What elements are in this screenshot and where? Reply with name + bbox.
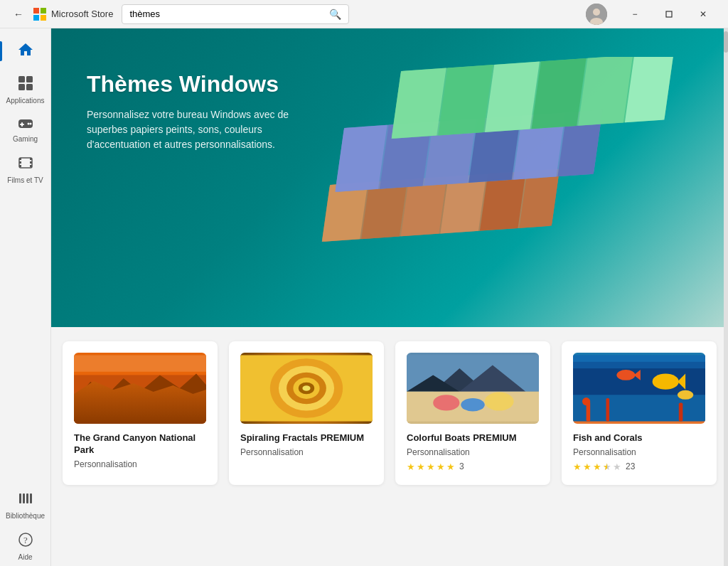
card-rating-fish: ★ ★ ★ ★★ ★ 23 bbox=[573, 461, 705, 472]
close-button[interactable]: ✕ bbox=[687, 3, 719, 26]
star-2: ★ bbox=[417, 461, 425, 472]
search-bar: 🔍 bbox=[122, 4, 349, 24]
svg-point-67 bbox=[433, 395, 459, 410]
sidebar-item-library[interactable]: Bibliothèque bbox=[0, 484, 50, 525]
hero-text: Thèmes Windows Personnalisez votre burea… bbox=[87, 71, 328, 152]
card-thumbnail-fish bbox=[573, 353, 705, 424]
sidebar-item-help[interactable]: ? Aide bbox=[0, 525, 50, 566]
card-category-fractals: Personnalisation bbox=[240, 447, 373, 457]
cards-section: The Grand Canyon National Park Personnal… bbox=[51, 327, 728, 499]
star-3: ★ bbox=[427, 461, 435, 472]
star-1: ★ bbox=[407, 461, 415, 472]
cards-grid: The Grand Canyon National Park Personnal… bbox=[63, 341, 717, 485]
sidebar-item-films[interactable]: Films et TV bbox=[0, 148, 50, 189]
sidebar-item-home[interactable] bbox=[0, 34, 50, 68]
card-rating-boats: ★ ★ ★ ★ ★ 3 bbox=[407, 461, 539, 472]
sidebar-films-label: Films et TV bbox=[7, 176, 43, 185]
back-button[interactable]: ← bbox=[9, 4, 28, 24]
card-spiraling-fractals[interactable]: Spiraling Fractals PREMIUM Personnalisat… bbox=[229, 341, 384, 485]
svg-rect-24 bbox=[19, 493, 21, 503]
star-5: ★ bbox=[446, 461, 455, 472]
gaming-icon bbox=[17, 117, 34, 132]
nav-controls: ← bbox=[9, 4, 28, 24]
maximize-button[interactable] bbox=[653, 3, 685, 26]
apps-icon bbox=[18, 75, 33, 94]
svg-rect-23 bbox=[30, 165, 32, 167]
search-button[interactable]: 🔍 bbox=[329, 9, 341, 20]
svg-point-5 bbox=[593, 9, 600, 16]
sidebar-item-gaming[interactable]: Gaming bbox=[0, 110, 50, 148]
fish-star-5: ★ bbox=[613, 461, 621, 472]
card-title-fractals: Spiraling Fractals PREMIUM bbox=[240, 432, 373, 444]
svg-text:?: ? bbox=[23, 535, 28, 545]
hero-description: Personnalisez votre bureau Windows avec … bbox=[87, 107, 328, 152]
svg-rect-10 bbox=[18, 84, 25, 90]
svg-rect-20 bbox=[19, 165, 21, 167]
card-grand-canyon[interactable]: The Grand Canyon National Park Personnal… bbox=[63, 341, 218, 485]
svg-point-74 bbox=[616, 370, 635, 380]
svg-point-16 bbox=[29, 123, 31, 125]
card-title-canyon: The Grand Canyon National Park bbox=[74, 432, 206, 456]
minimize-button[interactable]: − bbox=[619, 3, 651, 26]
fish-star-half: ★★ bbox=[603, 461, 611, 472]
svg-rect-79 bbox=[606, 398, 610, 422]
card-title-fish: Fish and Corals bbox=[573, 432, 705, 444]
library-icon bbox=[18, 491, 33, 509]
svg-rect-25 bbox=[23, 493, 25, 503]
svg-rect-8 bbox=[18, 76, 25, 82]
app-title: Microsoft Store bbox=[51, 9, 113, 19]
titlebar: ← Microsoft Store 🔍 − ✕ bbox=[0, 0, 728, 28]
hero-illustration bbox=[316, 57, 685, 299]
svg-rect-1 bbox=[41, 8, 46, 14]
svg-point-78 bbox=[582, 397, 590, 405]
svg-rect-3 bbox=[41, 15, 46, 21]
sidebar-apps-label: Applications bbox=[6, 97, 45, 105]
main-content: Thèmes Windows Personnalisez votre burea… bbox=[51, 28, 728, 566]
svg-point-15 bbox=[27, 123, 29, 125]
svg-point-72 bbox=[653, 374, 679, 390]
fish-star-1: ★ bbox=[573, 461, 582, 472]
svg-rect-81 bbox=[573, 356, 705, 369]
card-category-canyon: Personnalisation bbox=[74, 459, 206, 469]
svg-rect-0 bbox=[33, 8, 39, 14]
card-title-boats: Colorful Boats PREMIUM bbox=[407, 432, 539, 444]
card-colorful-boats[interactable]: Colorful Boats PREMIUM Personnalisation … bbox=[395, 341, 550, 485]
svg-rect-9 bbox=[26, 76, 33, 82]
sidebar-gaming-label: Gaming bbox=[13, 135, 38, 144]
svg-rect-26 bbox=[26, 493, 28, 503]
app-container: Applications Gaming bbox=[0, 28, 728, 566]
hero-title: Thèmes Windows bbox=[87, 71, 328, 97]
card-fish-corals[interactable]: Fish and Corals Personnalisation ★ ★ ★ ★… bbox=[562, 341, 717, 485]
svg-rect-14 bbox=[20, 124, 24, 125]
scrollbar[interactable] bbox=[724, 28, 728, 566]
hero-banner: Thèmes Windows Personnalisez votre burea… bbox=[51, 28, 728, 327]
svg-rect-7 bbox=[666, 11, 672, 17]
svg-rect-18 bbox=[19, 158, 21, 160]
home-icon bbox=[17, 41, 34, 61]
scrollbar-thumb[interactable] bbox=[724, 31, 728, 53]
card-thumbnail-fractal bbox=[240, 353, 373, 424]
svg-rect-52 bbox=[74, 375, 206, 415]
svg-rect-22 bbox=[30, 161, 32, 164]
card-thumbnail-boats bbox=[407, 353, 539, 424]
store-icon bbox=[33, 7, 47, 21]
films-icon bbox=[18, 155, 33, 173]
search-input[interactable] bbox=[129, 9, 329, 19]
rating-count-fish: 23 bbox=[626, 461, 635, 471]
svg-point-68 bbox=[461, 398, 484, 412]
sidebar-library-label: Bibliothèque bbox=[6, 512, 45, 520]
svg-point-76 bbox=[678, 390, 693, 400]
window-controls: − ✕ bbox=[619, 3, 719, 26]
help-icon: ? bbox=[18, 532, 33, 550]
star-4: ★ bbox=[437, 461, 445, 472]
svg-rect-2 bbox=[33, 15, 39, 21]
sidebar: Applications Gaming bbox=[0, 28, 51, 566]
card-thumbnail-canyon bbox=[74, 353, 206, 424]
svg-rect-54 bbox=[74, 356, 206, 372]
sidebar-item-apps[interactable]: Applications bbox=[0, 68, 50, 110]
svg-point-61 bbox=[302, 385, 310, 390]
card-category-fish: Personnalisation bbox=[573, 447, 705, 457]
svg-point-69 bbox=[485, 393, 514, 411]
svg-rect-21 bbox=[30, 158, 32, 160]
user-avatar[interactable] bbox=[586, 4, 607, 25]
